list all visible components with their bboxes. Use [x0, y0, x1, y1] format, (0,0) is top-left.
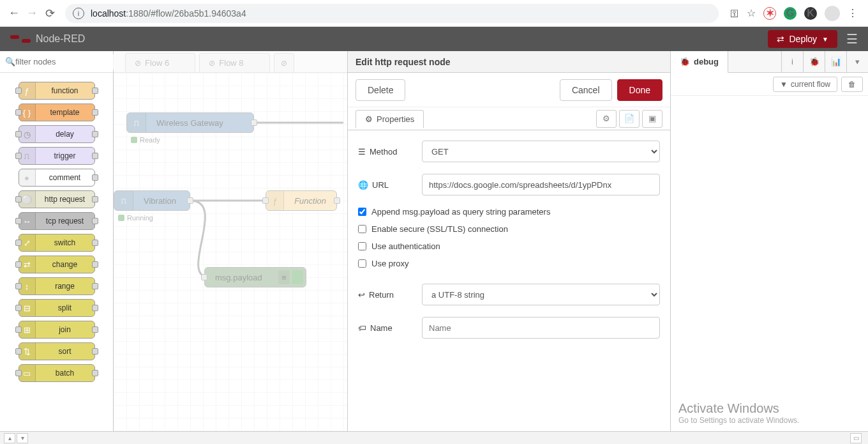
url-input[interactable] — [422, 174, 660, 195]
url-path: /#flow/26ba5b1.94603a4 — [148, 8, 246, 19]
list-icon: ☰ — [358, 147, 366, 157]
palette-node-sort[interactable]: ⇅sort — [19, 342, 95, 360]
return-select[interactable]: a UTF-8 string — [422, 284, 660, 305]
palette: 🔍 ◀ ƒfunction { }template ◷delay ⎍trigge… — [0, 51, 114, 431]
app-logo: Node-RED — [10, 33, 85, 45]
return-icon: ↩ — [358, 290, 365, 300]
palette-node-tcp-request[interactable]: ↔tcp request — [19, 212, 95, 230]
palette-node-trigger[interactable]: ⎍trigger — [19, 147, 95, 165]
site-info-icon[interactable]: i — [73, 8, 84, 19]
name-label: 🏷Name — [358, 323, 422, 333]
method-select[interactable]: GET — [422, 141, 660, 162]
palette-node-comment[interactable]: ●comment — [19, 169, 95, 187]
sidebar-caret-icon[interactable]: ▾ — [846, 51, 868, 72]
tag-icon: 🏷 — [358, 323, 366, 333]
auth-label: Use authentication — [371, 241, 440, 251]
palette-node-split[interactable]: ⊟split — [19, 299, 95, 317]
return-label: ↩Return — [358, 290, 422, 300]
proxy-label: Use proxy — [371, 259, 409, 268]
search-icon: 🔍 — [5, 57, 15, 66]
method-label: ☰Method — [358, 147, 422, 157]
palette-node-http-request[interactable]: ⚪http request — [19, 190, 95, 208]
globe-icon: 🌐 — [358, 180, 368, 190]
extension-icon-2[interactable]: G — [784, 7, 797, 20]
deploy-caret-icon: ▼ — [822, 36, 828, 43]
node-settings-icon[interactable]: ⚙ — [596, 110, 617, 128]
workspace: ⊘Flow 6 ⊘Flow 8 ⊘ ⎍ Wireless Gateway Rea… — [114, 51, 670, 431]
append-payload-label: Append msg.payload as query string param… — [371, 207, 550, 217]
browser-menu-icon[interactable]: ⋮ — [848, 7, 858, 19]
deploy-icon: ⇄ — [777, 34, 784, 44]
sidebar-tab-debug[interactable]: 🐞debug — [671, 51, 728, 73]
debug-messages: Activate Windows Go to Settings to activ… — [671, 96, 868, 431]
trash-icon: 🗑 — [848, 80, 856, 89]
url-domain: localhost — [91, 8, 126, 19]
done-button[interactable]: Done — [617, 79, 662, 101]
node-appearance-icon[interactable]: ▣ — [642, 110, 662, 128]
sidebar-info-icon[interactable]: i — [781, 51, 803, 72]
footer-tray-button[interactable]: ▭ — [850, 433, 862, 443]
sidebar-chart-icon[interactable]: 📊 — [825, 51, 846, 72]
gear-icon: ⚙ — [365, 114, 373, 124]
name-input[interactable] — [422, 317, 660, 339]
node-description-icon[interactable]: 📄 — [619, 110, 640, 128]
palette-filter-input[interactable] — [15, 57, 123, 66]
clear-debug-button[interactable]: 🗑 — [841, 77, 863, 92]
sidebar-debug-icon[interactable]: 🐞 — [803, 51, 825, 72]
footer-down-button[interactable]: ▾ — [17, 433, 28, 443]
palette-node-switch[interactable]: ⤢switch — [19, 234, 95, 252]
delete-button[interactable]: Delete — [355, 79, 405, 101]
browser-reload[interactable]: ⟳ — [41, 4, 59, 22]
browser-back[interactable]: ← — [5, 4, 23, 22]
url-label: 🌐URL — [358, 180, 422, 190]
palette-node-join[interactable]: ⊞join — [19, 321, 95, 339]
logo-icon — [10, 34, 31, 44]
append-payload-checkbox[interactable] — [358, 208, 366, 216]
main-menu-icon[interactable]: ☰ — [846, 31, 858, 47]
palette-node-template[interactable]: { }template — [19, 103, 95, 121]
ssl-checkbox[interactable] — [358, 225, 366, 233]
footer-up-button[interactable]: ▴ — [4, 433, 15, 443]
palette-node-range[interactable]: ↕range — [19, 277, 95, 295]
palette-node-change[interactable]: ⇄change — [19, 256, 95, 273]
bookmark-star-icon[interactable]: ☆ — [747, 7, 756, 19]
url-port: :1880 — [126, 8, 148, 19]
deploy-label: Deploy — [789, 34, 818, 44]
current-flow-filter[interactable]: ▼current flow — [773, 77, 837, 92]
url-bar[interactable]: i localhost:1880/#flow/26ba5b1.94603a4 — [65, 4, 719, 23]
profile-avatar[interactable] — [825, 6, 840, 21]
ssl-label: Enable secure (SSL/TLS) connection — [371, 224, 508, 234]
extension-icon-3[interactable]: K — [804, 7, 817, 20]
auth-checkbox[interactable] — [358, 242, 366, 250]
deploy-button[interactable]: ⇄ Deploy ▼ — [768, 30, 838, 48]
palette-node-batch[interactable]: ▭batch — [19, 364, 95, 382]
edit-tray: Edit http request node Delete Cancel Don… — [347, 51, 670, 431]
proxy-checkbox[interactable] — [358, 259, 366, 268]
filter-icon: ▼ — [780, 80, 788, 89]
extension-icon-1[interactable]: ✶ — [763, 7, 776, 20]
edit-tray-title: Edit http request node — [348, 51, 670, 73]
browser-forward[interactable]: → — [23, 4, 41, 22]
palette-node-function[interactable]: ƒfunction — [19, 82, 95, 100]
cancel-button[interactable]: Cancel — [560, 79, 612, 101]
palette-node-delay[interactable]: ◷delay — [19, 125, 95, 143]
windows-watermark: Activate Windows Go to Settings to activ… — [678, 401, 799, 425]
bug-icon: 🐞 — [680, 57, 690, 66]
properties-tab[interactable]: ⚙Properties — [355, 110, 424, 128]
password-key-icon[interactable]: ⚿ — [730, 8, 739, 19]
app-name: Node-RED — [36, 33, 85, 45]
sidebar: 🐞debug i 🐞 📊 ▾ ▼current flow 🗑 Activate … — [670, 51, 868, 431]
